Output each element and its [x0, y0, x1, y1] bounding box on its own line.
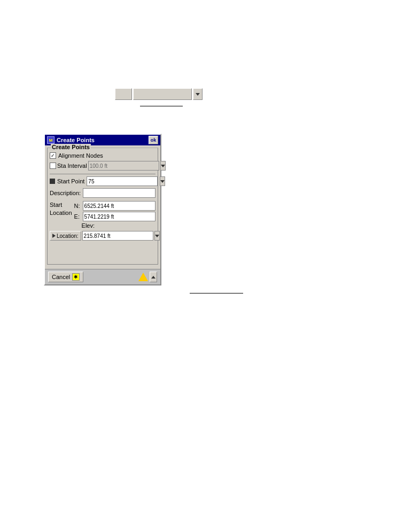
start-location-label-line1: Start	[50, 201, 72, 209]
start-location-section: Start Location N: E: Elev:	[50, 201, 155, 229]
description-input[interactable]	[83, 188, 155, 198]
cancel-label: Cancel	[52, 274, 70, 280]
chevron-up-icon	[151, 276, 155, 279]
location-dropdown[interactable]	[154, 231, 160, 241]
bottom-underline	[190, 293, 243, 293]
sta-interval-dropdown[interactable]	[160, 161, 166, 171]
toolbar-area	[115, 88, 203, 100]
start-point-label: Start Point	[57, 178, 84, 184]
play-right-icon	[52, 234, 56, 238]
location-fields: N: E: Elev:	[74, 201, 155, 229]
chevron-down-icon	[161, 165, 165, 167]
description-label: Description:	[50, 190, 81, 196]
dialog-footer: Cancel ✱	[45, 269, 160, 284]
scroll-up-button[interactable]	[150, 272, 157, 282]
n-input[interactable]	[83, 201, 155, 211]
description-row: Description:	[50, 188, 155, 198]
create-points-group: Create Points Alignment Nodes Sta Interv…	[47, 148, 158, 265]
warning-icon	[138, 272, 149, 282]
cancel-icon: ✱	[72, 273, 80, 281]
sta-interval-label: Sta Interval	[57, 163, 87, 169]
location-btn-text: Location:	[57, 233, 79, 239]
e-input[interactable]	[83, 212, 155, 221]
group-box-title: Create Points	[51, 144, 91, 150]
location-row: Location:	[50, 231, 155, 241]
location-button[interactable]: Location:	[50, 231, 81, 241]
toolbar-dropdown-button[interactable]	[193, 88, 203, 100]
start-point-row: Start Point	[50, 176, 155, 186]
alignment-nodes-row: Alignment Nodes	[50, 152, 155, 159]
location-input[interactable]	[82, 231, 153, 241]
alignment-nodes-label: Alignment Nodes	[58, 152, 103, 159]
elev-label: Elev:	[74, 222, 155, 229]
dialog-title-left: M Create Points	[47, 136, 95, 144]
create-points-dialog: M Create Points ok Create Points Alignme…	[44, 134, 161, 285]
chevron-down-icon	[160, 180, 165, 183]
divider	[50, 174, 155, 174]
ok-button[interactable]: ok	[149, 136, 158, 144]
dialog-title: Create Points	[57, 137, 95, 143]
alignment-nodes-checkbox[interactable]	[50, 152, 56, 159]
start-point-input[interactable]	[87, 176, 158, 186]
start-point-indicator	[50, 179, 55, 184]
start-location-label: Start Location	[50, 201, 72, 229]
toolbar-input[interactable]	[133, 88, 192, 100]
spacer	[50, 241, 155, 262]
warning-triangle	[138, 273, 148, 281]
start-point-dropdown[interactable]	[160, 176, 165, 186]
sta-interval-checkbox[interactable]	[50, 163, 56, 169]
cancel-button[interactable]: Cancel ✱	[48, 272, 83, 282]
dialog-app-icon: M	[47, 136, 55, 144]
chevron-down-icon	[196, 93, 200, 96]
start-location-label-line2: Location	[50, 209, 72, 217]
footer-right	[138, 272, 157, 282]
toolbar-underline	[140, 106, 183, 106]
sta-interval-row: Sta Interval	[50, 161, 155, 171]
toolbar-button[interactable]	[115, 88, 132, 100]
dialog-icon-letter: M	[49, 138, 53, 143]
sta-interval-input[interactable]	[88, 161, 159, 171]
dialog-body: Create Points Alignment Nodes Sta Interv…	[45, 145, 160, 269]
e-label: E:	[74, 213, 82, 220]
e-coord-row: E:	[74, 212, 155, 221]
n-coord-row: N:	[74, 201, 155, 211]
n-label: N:	[74, 203, 82, 209]
chevron-down-icon	[155, 235, 159, 237]
